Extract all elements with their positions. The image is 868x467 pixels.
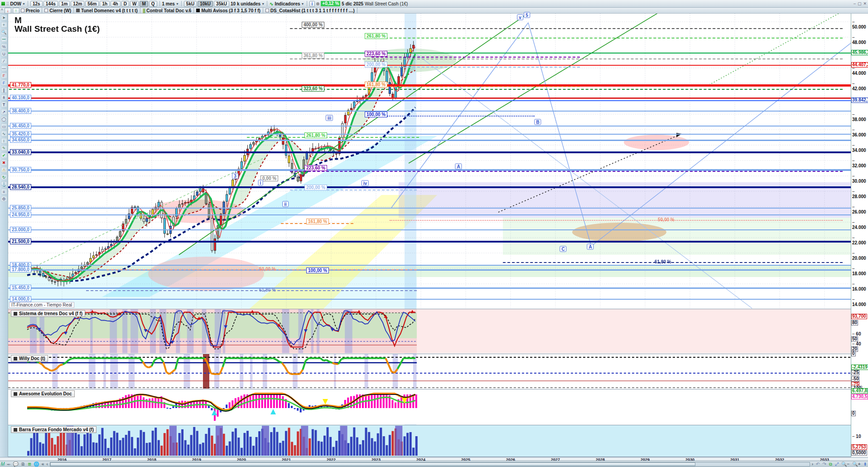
wave-marker-ii[interactable]: ii <box>282 201 289 207</box>
chart-style-icon[interactable] <box>1 2 5 5</box>
zoom-in-icon[interactable]: 🔍+ <box>852 462 860 467</box>
chart-area[interactable]: 41.770,040.100,038.400,036.450,035.420,0… <box>8 14 851 457</box>
wave-marker-B[interactable]: B <box>534 119 541 125</box>
list-indicators-icon[interactable]: ≣ <box>28 462 31 467</box>
prt-logo-icon[interactable]: 𝑀 <box>1 462 5 467</box>
indicator-panel-label-1[interactable]: Willy Doc (t) <box>11 355 48 362</box>
unit-button-5kU[interactable]: 5kU <box>184 1 197 7</box>
unit-button-10kU[interactable]: 10kU <box>198 1 213 7</box>
settings-icon[interactable]: ⚙ <box>1 196 7 202</box>
fib-label[interactable]: 261,80 % <box>304 132 327 138</box>
timeframe-button-4h[interactable]: 4h <box>111 1 121 7</box>
anchor-icon[interactable]: ⚓ <box>1 181 7 187</box>
buy-arrow-icon[interactable]: ↑ <box>13 8 19 14</box>
share-icon[interactable]: ⤝ <box>7 462 10 467</box>
wave-marker-3[interactable]: 3 <box>232 173 238 179</box>
checkbox-icon[interactable] <box>21 9 24 12</box>
info-icon[interactable]: i <box>309 1 315 7</box>
wave-marker-5[interactable]: 5 <box>524 12 530 18</box>
check-icon[interactable]: ✔ <box>1 152 7 158</box>
window-control-close-icon[interactable]: ✕ <box>863 1 867 6</box>
ellipse-icon[interactable]: ◯ <box>1 116 7 122</box>
timeframe-button-56m[interactable]: 56m <box>85 1 99 7</box>
magnet-icon[interactable]: U <box>1 51 7 57</box>
redo-icon[interactable]: ↷ <box>822 462 826 467</box>
fib-label[interactable]: 400,00 % <box>302 22 324 28</box>
web-icon[interactable]: 🌐 <box>34 462 39 467</box>
price-level-tag[interactable]: 28.540,0 <box>10 184 31 190</box>
fibo-fan-icon[interactable]: F <box>1 80 7 86</box>
report-icon[interactable]: 🗎 <box>21 462 25 467</box>
fib-label[interactable]: 100,00 % <box>306 268 329 273</box>
chat-icon[interactable]: 💬 <box>13 462 18 467</box>
brush-icon[interactable]: ✎ <box>1 145 7 151</box>
ruler-icon[interactable]: ⟊ <box>1 138 7 144</box>
unit-button-35kU[interactable]: 35kU <box>214 1 229 7</box>
text-icon[interactable]: T <box>1 102 7 107</box>
pitchfork-icon[interactable]: ⋔ <box>1 94 7 100</box>
window-control-minimize-icon[interactable]: – <box>854 1 856 6</box>
price-level-tag[interactable]: 41.770,0 <box>10 82 31 88</box>
legend-item-3[interactable]: |||Control Total Doc v.6 <box>143 8 191 13</box>
legend-item-4[interactable]: Multi Avisos (3 f 3 1,5 70 f f) <box>196 8 260 13</box>
window-control-maximize-icon[interactable]: ▢ <box>858 1 862 6</box>
legend-item-1[interactable]: Cierre (W) <box>44 8 71 13</box>
price-level-tag[interactable]: 21.500,0 <box>10 238 31 244</box>
time-scrollbar[interactable] <box>50 462 810 467</box>
timeframe-button-12m[interactable]: 12m <box>71 1 84 7</box>
step-right-icon[interactable]: › <box>812 462 813 467</box>
percent-icon[interactable]: % <box>1 44 7 49</box>
zoom-out-icon[interactable]: 🔍− <box>841 462 849 467</box>
timeframe-button-12s[interactable]: 12s <box>30 1 43 7</box>
scrollbar-thumb[interactable] <box>50 462 696 466</box>
timeframe-button-M[interactable]: M <box>140 1 148 7</box>
wave-icon[interactable]: ∿ <box>1 131 7 136</box>
period-select[interactable]: 1 mes▼ <box>162 1 179 6</box>
hline-icon[interactable]: ― <box>1 65 7 71</box>
trendline-icon[interactable]: ∕ <box>1 58 7 64</box>
price-level-tag[interactable]: 35.420,0 <box>10 131 31 137</box>
alert-icon[interactable]: ⚠ <box>1 167 7 173</box>
detach-icon[interactable]: ⧉ <box>829 462 832 467</box>
price-level-tag[interactable]: 38.400,0 <box>10 108 31 114</box>
price-level-tag[interactable]: 17.800,0 <box>10 267 31 272</box>
timeframe-button-D[interactable]: D <box>121 1 129 7</box>
zoom-icon[interactable]: 🔍 <box>1 29 7 35</box>
wave-marker-A[interactable]: A <box>587 244 593 250</box>
indicators-menu[interactable]: Indicadores▼ <box>275 1 304 6</box>
fib-label[interactable]: 0,00 % <box>260 175 278 181</box>
fib-label[interactable]: 100,00 % <box>365 112 387 117</box>
wave-marker-C[interactable]: C <box>559 246 566 252</box>
price-level-tag[interactable]: 24.950,0 <box>10 212 31 218</box>
price-level-tag[interactable]: 14.000,0 <box>10 296 31 302</box>
crosshair-icon[interactable]: + <box>1 22 7 28</box>
timeframe-button-144s[interactable]: 144s <box>43 1 58 7</box>
candles-icon[interactable]: 𝄩 <box>1 36 7 42</box>
fib-label[interactable]: 161,80 % <box>306 219 329 224</box>
price-level-tag[interactable]: 30.750,0 <box>10 167 31 173</box>
wave-marker-iv[interactable]: iv <box>362 180 369 186</box>
price-level-tag[interactable]: 33.040,0 <box>10 149 31 155</box>
step-left-icon[interactable]: ‹ <box>46 462 48 467</box>
indicator-panel-label-3[interactable]: Barra Fuerza Fondo Mercado v4 (f) <box>11 426 96 433</box>
wave-marker-iii[interactable]: iii <box>326 115 333 121</box>
zoom-fit-icon[interactable]: ⤢ <box>835 462 839 467</box>
fib-label[interactable]: 261,80 % <box>365 33 387 39</box>
legend-item-5[interactable]: DS_CotasHist (1 t t t 3 1 1 t f f f f f … <box>265 8 355 13</box>
rect-icon[interactable]: ▭ <box>1 123 7 129</box>
checkbox-icon[interactable] <box>265 9 269 12</box>
fib-label[interactable]: 200,00 % <box>365 62 387 68</box>
undo-icon[interactable]: ↶ <box>816 462 820 467</box>
fib-label[interactable]: 323,60 % <box>302 86 324 92</box>
indicator-panel-label-2[interactable]: Awesome Evolution Doc <box>11 390 75 397</box>
wave-marker-A[interactable]: A <box>455 164 462 170</box>
timeframe-button-Q[interactable]: Q <box>149 1 157 7</box>
indicator-panel-label-0[interactable]: Sistema de trenes Doc v4 (f f) <box>11 310 85 317</box>
timeframe-button-1m[interactable]: 1m <box>59 1 70 7</box>
fib-label[interactable]: 161,80 % <box>365 82 387 88</box>
collapse-icon[interactable]: ⇟ <box>863 462 867 467</box>
symbol-select[interactable]: DOW▼ <box>10 1 25 6</box>
timeframe-button-W[interactable]: W <box>130 1 139 7</box>
layers-icon[interactable]: ≡ <box>1 189 7 195</box>
legend-item-2[interactable]: Tunel Domenec v4 (t t t t t) <box>76 8 138 13</box>
